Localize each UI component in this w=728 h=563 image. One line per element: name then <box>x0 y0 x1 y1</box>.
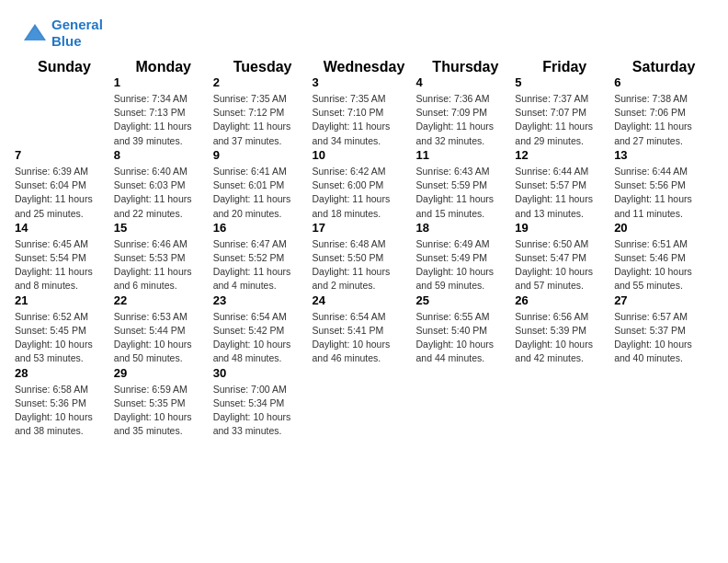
day-cell: 13Sunrise: 6:44 AMSunset: 5:56 PMDayligh… <box>614 148 713 221</box>
day-cell: 8Sunrise: 6:40 AMSunset: 6:03 PMDaylight… <box>114 148 213 221</box>
day-cell: 24Sunrise: 6:54 AMSunset: 5:41 PMDayligh… <box>313 293 416 366</box>
day-cell: 23Sunrise: 6:54 AMSunset: 5:42 PMDayligh… <box>213 293 313 366</box>
header-row: SundayMondayTuesdayWednesdayThursdayFrid… <box>15 59 713 75</box>
day-cell: 22Sunrise: 6:53 AMSunset: 5:44 PMDayligh… <box>114 293 213 366</box>
logo-general: General <box>51 17 103 32</box>
day-info: Sunrise: 7:00 AMSunset: 5:34 PMDaylight:… <box>213 383 313 439</box>
day-info: Sunrise: 6:48 AMSunset: 5:50 PMDaylight:… <box>313 237 416 293</box>
day-cell: 28Sunrise: 6:58 AMSunset: 5:36 PMDayligh… <box>15 366 114 439</box>
logo-text: General Blue <box>51 17 103 50</box>
week-row: 7Sunrise: 6:39 AMSunset: 6:04 PMDaylight… <box>15 148 713 221</box>
day-cell: 18Sunrise: 6:49 AMSunset: 5:49 PMDayligh… <box>415 221 515 293</box>
day-number: 16 <box>213 221 313 235</box>
day-info: Sunrise: 6:44 AMSunset: 5:57 PMDaylight:… <box>515 165 614 221</box>
day-number: 30 <box>213 366 313 380</box>
day-number: 19 <box>515 221 614 235</box>
day-cell: 7Sunrise: 6:39 AMSunset: 6:04 PMDaylight… <box>15 148 114 221</box>
day-number: 2 <box>213 75 313 89</box>
day-info: Sunrise: 6:43 AMSunset: 5:59 PMDaylight:… <box>415 165 515 221</box>
day-info: Sunrise: 6:57 AMSunset: 5:37 PMDaylight:… <box>614 310 713 366</box>
day-cell: 26Sunrise: 6:56 AMSunset: 5:39 PMDayligh… <box>515 293 614 366</box>
day-header-wednesday: Wednesday <box>313 59 416 75</box>
day-cell: 9Sunrise: 6:41 AMSunset: 6:01 PMDaylight… <box>213 148 313 221</box>
day-cell: 29Sunrise: 6:59 AMSunset: 5:35 PMDayligh… <box>114 366 213 439</box>
day-number: 10 <box>313 148 416 162</box>
week-row: 28Sunrise: 6:58 AMSunset: 5:36 PMDayligh… <box>15 366 713 439</box>
day-info: Sunrise: 7:34 AMSunset: 7:13 PMDaylight:… <box>114 92 213 148</box>
day-info: Sunrise: 6:54 AMSunset: 5:42 PMDaylight:… <box>213 310 313 366</box>
day-cell <box>415 366 515 439</box>
day-cell: 25Sunrise: 6:55 AMSunset: 5:40 PMDayligh… <box>415 293 515 366</box>
day-cell: 1Sunrise: 7:34 AMSunset: 7:13 PMDaylight… <box>114 75 213 148</box>
day-info: Sunrise: 6:40 AMSunset: 6:03 PMDaylight:… <box>114 165 213 221</box>
day-info: Sunrise: 6:58 AMSunset: 5:36 PMDaylight:… <box>15 383 114 439</box>
day-info: Sunrise: 6:41 AMSunset: 6:01 PMDaylight:… <box>213 165 313 221</box>
week-row: 1Sunrise: 7:34 AMSunset: 7:13 PMDaylight… <box>15 75 713 148</box>
page: General Blue SundayMondayTuesdayWednesda… <box>0 0 728 563</box>
day-info: Sunrise: 6:53 AMSunset: 5:44 PMDaylight:… <box>114 310 213 366</box>
day-number: 3 <box>313 75 416 89</box>
header: General Blue <box>0 0 728 59</box>
logo: General Blue <box>22 17 103 50</box>
day-cell: 21Sunrise: 6:52 AMSunset: 5:45 PMDayligh… <box>15 293 114 366</box>
day-info: Sunrise: 6:51 AMSunset: 5:46 PMDaylight:… <box>614 237 713 293</box>
day-info: Sunrise: 7:38 AMSunset: 7:06 PMDaylight:… <box>614 92 713 148</box>
day-header-saturday: Saturday <box>614 59 713 75</box>
day-number: 1 <box>114 75 213 89</box>
day-header-thursday: Thursday <box>415 59 515 75</box>
day-cell: 16Sunrise: 6:47 AMSunset: 5:52 PMDayligh… <box>213 221 313 293</box>
day-cell: 4Sunrise: 7:36 AMSunset: 7:09 PMDaylight… <box>415 75 515 148</box>
day-cell <box>313 366 416 439</box>
day-cell: 30Sunrise: 7:00 AMSunset: 5:34 PMDayligh… <box>213 366 313 439</box>
day-number: 7 <box>15 148 114 162</box>
day-number: 11 <box>415 148 515 162</box>
day-number: 5 <box>515 75 614 89</box>
day-number: 13 <box>614 148 713 162</box>
day-cell: 14Sunrise: 6:45 AMSunset: 5:54 PMDayligh… <box>15 221 114 293</box>
day-cell: 27Sunrise: 6:57 AMSunset: 5:37 PMDayligh… <box>614 293 713 366</box>
day-number: 4 <box>415 75 515 89</box>
day-number: 18 <box>415 221 515 235</box>
day-number: 6 <box>614 75 713 89</box>
day-info: Sunrise: 6:46 AMSunset: 5:53 PMDaylight:… <box>114 237 213 293</box>
calendar-table: SundayMondayTuesdayWednesdayThursdayFrid… <box>15 59 713 438</box>
day-number: 22 <box>114 293 213 307</box>
day-cell: 20Sunrise: 6:51 AMSunset: 5:46 PMDayligh… <box>614 221 713 293</box>
day-cell: 10Sunrise: 6:42 AMSunset: 6:00 PMDayligh… <box>313 148 416 221</box>
day-number: 24 <box>313 293 416 307</box>
logo-icon <box>22 20 48 46</box>
day-number: 28 <box>15 366 114 380</box>
day-info: Sunrise: 6:39 AMSunset: 6:04 PMDaylight:… <box>15 165 114 221</box>
day-info: Sunrise: 7:35 AMSunset: 7:10 PMDaylight:… <box>313 92 416 148</box>
day-info: Sunrise: 6:49 AMSunset: 5:49 PMDaylight:… <box>415 237 515 293</box>
day-info: Sunrise: 6:59 AMSunset: 5:35 PMDaylight:… <box>114 383 213 439</box>
day-cell: 15Sunrise: 6:46 AMSunset: 5:53 PMDayligh… <box>114 221 213 293</box>
day-info: Sunrise: 6:42 AMSunset: 6:00 PMDaylight:… <box>313 165 416 221</box>
day-info: Sunrise: 6:47 AMSunset: 5:52 PMDaylight:… <box>213 237 313 293</box>
day-header-sunday: Sunday <box>15 59 114 75</box>
day-header-friday: Friday <box>515 59 614 75</box>
day-info: Sunrise: 7:37 AMSunset: 7:07 PMDaylight:… <box>515 92 614 148</box>
day-number: 25 <box>415 293 515 307</box>
day-cell: 5Sunrise: 7:37 AMSunset: 7:07 PMDaylight… <box>515 75 614 148</box>
logo-blue: Blue <box>51 33 82 49</box>
day-number: 27 <box>614 293 713 307</box>
day-number: 26 <box>515 293 614 307</box>
day-info: Sunrise: 7:35 AMSunset: 7:12 PMDaylight:… <box>213 92 313 148</box>
calendar-wrapper: SundayMondayTuesdayWednesdayThursdayFrid… <box>0 59 728 453</box>
day-header-tuesday: Tuesday <box>213 59 313 75</box>
day-number: 29 <box>114 366 213 380</box>
day-number: 20 <box>614 221 713 235</box>
day-number: 17 <box>313 221 416 235</box>
day-cell: 17Sunrise: 6:48 AMSunset: 5:50 PMDayligh… <box>313 221 416 293</box>
day-number: 14 <box>15 221 114 235</box>
day-cell: 19Sunrise: 6:50 AMSunset: 5:47 PMDayligh… <box>515 221 614 293</box>
day-info: Sunrise: 7:36 AMSunset: 7:09 PMDaylight:… <box>415 92 515 148</box>
day-cell: 6Sunrise: 7:38 AMSunset: 7:06 PMDaylight… <box>614 75 713 148</box>
day-cell <box>15 75 114 148</box>
day-info: Sunrise: 6:55 AMSunset: 5:40 PMDaylight:… <box>415 310 515 366</box>
day-info: Sunrise: 6:45 AMSunset: 5:54 PMDaylight:… <box>15 237 114 293</box>
day-cell: 12Sunrise: 6:44 AMSunset: 5:57 PMDayligh… <box>515 148 614 221</box>
day-number: 8 <box>114 148 213 162</box>
day-info: Sunrise: 6:52 AMSunset: 5:45 PMDaylight:… <box>15 310 114 366</box>
